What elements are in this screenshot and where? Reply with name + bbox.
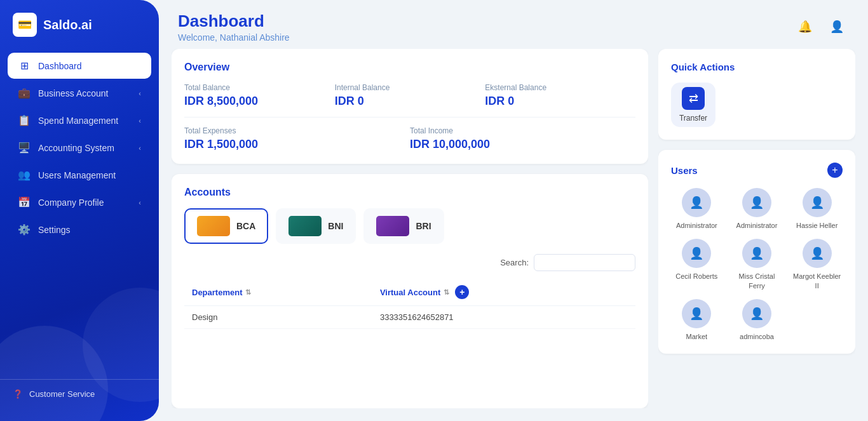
chevron-right-icon: ‹ xyxy=(139,144,141,152)
accounts-table: Departement ⇅ Virtual Account ⇅ + xyxy=(184,279,635,329)
notification-button[interactable]: 🔔 xyxy=(793,15,817,39)
accounts-title: Accounts xyxy=(184,187,635,198)
tab-bca[interactable]: BCA xyxy=(184,208,268,244)
accounting-icon: 🖥️ xyxy=(18,142,31,154)
profile-button[interactable]: 👤 xyxy=(825,15,849,39)
quick-actions-title: Quick Actions xyxy=(671,62,843,72)
th-department: Departement ⇅ xyxy=(184,279,372,306)
sidebar-item-spend-management[interactable]: 📋 Spend Management ‹ xyxy=(8,107,151,133)
avatar-admin2: 👤 xyxy=(742,188,771,217)
help-icon: ❓ xyxy=(13,389,23,399)
bri-label: BRI xyxy=(416,221,431,231)
sidebar-item-business-account[interactable]: 💼 Business Account ‹ xyxy=(8,80,151,106)
bell-icon: 🔔 xyxy=(798,20,812,34)
sidebar-item-users-management[interactable]: 👥 Users Management xyxy=(8,162,151,188)
chevron-right-icon: ‹ xyxy=(139,90,141,97)
th-virtual-account: Virtual Account ⇅ + xyxy=(372,279,635,306)
table-controls: Search: xyxy=(184,254,635,271)
sidebar-item-label: Spend Management xyxy=(38,116,131,126)
tab-bri[interactable]: BRI xyxy=(363,208,444,244)
welcome-message: Welcome, Nathanial Abshire xyxy=(178,32,290,43)
dept-cell: Design xyxy=(184,306,372,329)
balance-internal-value: IDR 0 xyxy=(335,95,485,108)
balance-internal-label: Internal Balance xyxy=(335,83,485,92)
table-wrapper: Departement ⇅ Virtual Account ⇅ + xyxy=(184,279,635,396)
income-value: IDR 10,000,000 xyxy=(410,138,635,151)
balance-external-label: Eksternal Balance xyxy=(485,83,635,92)
search-label: Search: xyxy=(500,258,529,267)
user-icon: 👤 xyxy=(830,20,844,34)
sidebar-footer: ❓ Customer Service xyxy=(0,379,159,408)
user-name-admin1: Administrator xyxy=(676,221,717,230)
avatar-hassie: 👤 xyxy=(803,188,832,217)
user-item-market[interactable]: 👤 Market xyxy=(671,299,722,341)
user-name-hassie: Hassie Heller xyxy=(796,221,837,230)
page-title: Dashboard xyxy=(178,11,290,31)
sidebar-item-label: Dashboard xyxy=(38,61,141,71)
sidebar-item-label: Settings xyxy=(38,225,141,235)
overview-summary: Total Expenses IDR 1,500,000 Total Incom… xyxy=(184,126,635,151)
company-icon: 📅 xyxy=(18,196,31,208)
overview-divider xyxy=(184,117,635,117)
sidebar-item-label: Business Account xyxy=(38,88,131,98)
add-account-button[interactable]: + xyxy=(455,285,469,299)
sidebar-item-label: Accounting System xyxy=(38,143,131,153)
balance-internal: Internal Balance IDR 0 xyxy=(335,83,485,108)
user-item-margot[interactable]: 👤 Margot Keebler II xyxy=(791,239,843,290)
sort-va-icon[interactable]: ⇅ xyxy=(444,288,449,297)
bni-label: BNI xyxy=(328,221,343,231)
overview-card: Overview Total Balance IDR 8,500,000 Int… xyxy=(172,49,648,164)
avatar-cecil: 👤 xyxy=(682,239,711,268)
user-name-admincoba: admincoba xyxy=(740,332,774,341)
add-user-button[interactable]: + xyxy=(827,163,843,178)
sidebar-item-company-profile[interactable]: 📅 Company Profile ‹ xyxy=(8,189,151,215)
income-label: Total Income xyxy=(410,126,635,135)
bca-label: BCA xyxy=(236,221,255,231)
user-name-market: Market xyxy=(686,332,708,341)
table-body: Design 3333351624652871 xyxy=(184,306,635,329)
user-item-admin1[interactable]: 👤 Administrator xyxy=(671,188,722,230)
transfer-button[interactable]: ⇄ Transfer xyxy=(671,83,715,127)
users-grid: 👤 Administrator 👤 Administrator 👤 Hassie… xyxy=(671,188,843,341)
virtual-account-header-label: Virtual Account xyxy=(380,288,440,297)
quick-actions-card: Quick Actions ⇄ Transfer xyxy=(658,49,855,140)
logo-text: Saldo.ai xyxy=(43,18,92,32)
user-item-admincoba[interactable]: 👤 admincoba xyxy=(731,299,783,341)
user-item-cristal[interactable]: 👤 Miss Cristal Ferry xyxy=(731,239,783,290)
va-cell: 3333351624652871 xyxy=(372,306,635,329)
sidebar-item-dashboard[interactable]: ⊞ Dashboard xyxy=(8,53,151,79)
balance-income: Total Income IDR 10,000,000 xyxy=(410,126,635,151)
overview-title: Overview xyxy=(184,62,635,73)
customer-service-label: Customer Service xyxy=(29,389,95,399)
bri-card-image xyxy=(376,216,409,236)
sort-department-icon[interactable]: ⇅ xyxy=(245,288,251,297)
dashboard-icon: ⊞ xyxy=(18,60,31,72)
bank-tabs: BCA BNI BRI xyxy=(184,208,635,244)
avatar-market: 👤 xyxy=(682,299,711,328)
search-input[interactable] xyxy=(534,254,635,271)
content-area: Overview Total Balance IDR 8,500,000 Int… xyxy=(159,49,868,421)
user-name-admin2: Administrator xyxy=(736,221,778,230)
balance-external-value: IDR 0 xyxy=(485,95,635,108)
user-item-cecil[interactable]: 👤 Cecil Roberts xyxy=(671,239,722,290)
avatar-admincoba: 👤 xyxy=(742,299,771,328)
avatar-cristal: 👤 xyxy=(742,239,771,268)
bca-card-image xyxy=(197,216,230,236)
logo[interactable]: 💳 Saldo.ai xyxy=(0,13,159,53)
customer-service-link[interactable]: ❓ Customer Service xyxy=(13,389,146,399)
user-item-hassie[interactable]: 👤 Hassie Heller xyxy=(791,188,843,230)
balance-total: Total Balance IDR 8,500,000 xyxy=(184,83,335,108)
balance-external: Eksternal Balance IDR 0 xyxy=(485,83,635,108)
balance-expenses: Total Expenses IDR 1,500,000 xyxy=(184,126,410,151)
sidebar-nav: ⊞ Dashboard 💼 Business Account ‹ 📋 Spend… xyxy=(0,53,159,373)
sidebar-item-label: Company Profile xyxy=(38,197,131,208)
expenses-value: IDR 1,500,000 xyxy=(184,138,410,151)
sidebar-item-settings[interactable]: ⚙️ Settings xyxy=(8,217,151,243)
logo-emoji: 💳 xyxy=(18,18,32,32)
users-header: Users + xyxy=(671,163,843,178)
tab-bni[interactable]: BNI xyxy=(276,208,356,244)
sidebar-item-accounting-system[interactable]: 🖥️ Accounting System ‹ xyxy=(8,135,151,161)
user-item-admin2[interactable]: 👤 Administrator xyxy=(731,188,783,230)
transfer-icon: ⇄ xyxy=(682,87,705,110)
sidebar-item-label: Users Management xyxy=(38,170,141,180)
